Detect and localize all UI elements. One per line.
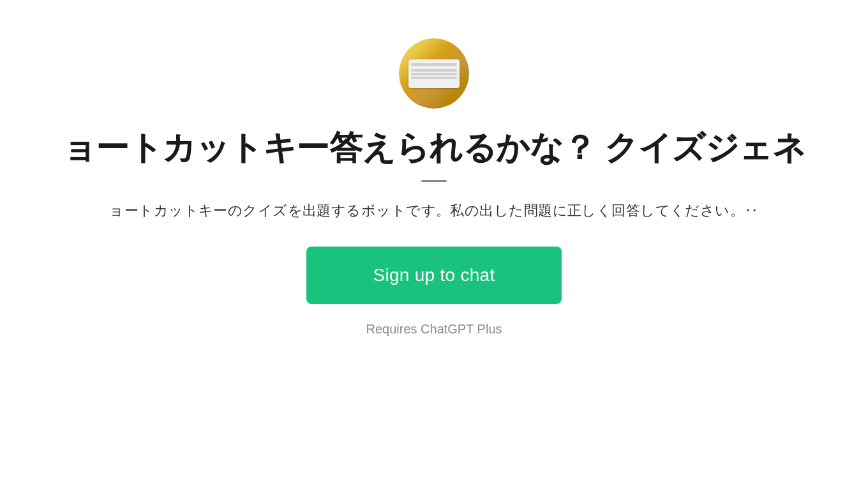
keyboard-icon (408, 59, 460, 88)
signup-button[interactable]: Sign up to chat (306, 247, 562, 304)
avatar-image (399, 38, 469, 109)
bot-avatar (399, 38, 469, 109)
description-text: ョートカットキーのクイズを出題するボットです。私の出した問題に正しく回答してくだ… (109, 202, 758, 218)
title-container: ョートカットキー答えられるかな？ クイズジェネ (0, 128, 868, 167)
title-divider (421, 180, 447, 182)
requires-label: Requires ChatGPT Plus (366, 322, 502, 337)
page-title: ョートカットキー答えられるかな？ クイズジェネ (63, 129, 806, 166)
description-container: ョートカットキーのクイズを出題するボットです。私の出した問題に正しく回答してくだ… (0, 200, 868, 221)
